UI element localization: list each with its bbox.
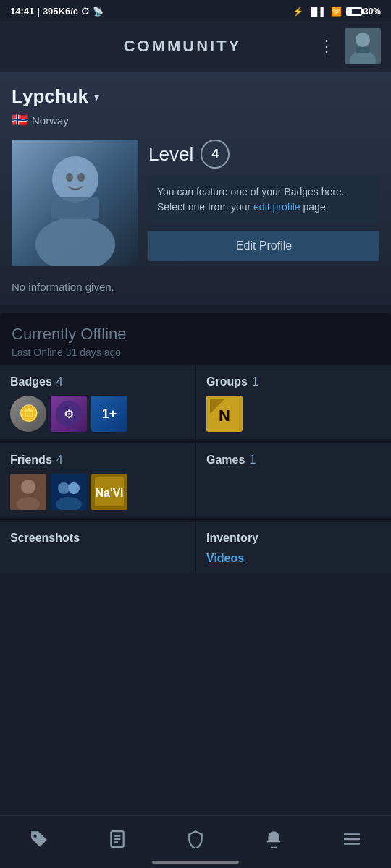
videos-label[interactable]: Videos [206,552,244,564]
battery-indicator: 30% [346,7,381,17]
nav-shield[interactable] [178,825,213,854]
user-avatar-nav[interactable] [345,28,381,64]
time: 14:41 [10,6,34,17]
nav-menu[interactable] [335,825,369,854]
badges-icons: 🪙 ⚙ 1+ [10,396,185,432]
edit-profile-button[interactable]: Edit Profile [148,231,379,261]
offline-status: Currently Offline [12,325,379,344]
battery-percent: 30% [363,7,381,17]
svg-text:Na'Vi: Na'Vi [95,487,123,499]
more-options-icon[interactable]: ⋮ [319,37,335,56]
network-label: 395K6/c [43,6,78,17]
signal-icon: ▐▌▌ [308,7,327,17]
groups-cell[interactable]: Groups 1 N [196,365,391,439]
badge-info-box: You can feature one of your Badges here.… [148,176,379,224]
badge-icon-1plus: 1+ [91,396,127,432]
svg-point-16 [21,480,35,494]
friends-icons: Na'Vi [10,474,185,510]
games-label: Games 1 [206,454,381,467]
edit-profile-link[interactable]: edit profile [253,201,300,213]
country-flag-icon: 🇳🇴 [12,112,28,128]
clock-icon: ⏱ [81,7,90,17]
profile-avatar [12,140,138,266]
home-indicator [152,861,239,864]
svg-point-9 [77,173,85,182]
bell-icon [264,830,283,848]
bluetooth-icon: ⚡ [293,7,303,17]
screenshots-label: Screenshots [10,532,185,545]
profile-section: Lypchuk ▾ 🇳🇴 Norway [0,72,391,305]
dropdown-arrow-icon[interactable]: ▾ [94,91,99,103]
groups-label: Groups 1 [206,375,381,388]
status-right: ⚡ ▐▌▌ 🛜 30% [293,7,381,17]
svg-point-8 [66,173,73,182]
nav-tag[interactable] [22,825,56,854]
profile-location: 🇳🇴 Norway [12,112,379,128]
grid-section: Badges 4 🪙 ⚙ 1+ Groups 1 N [0,365,391,572]
level-label: Level [148,143,193,166]
group-icon-navi: N [206,396,243,432]
badge-icon-silver: 🪙 [10,396,46,432]
inventory-cell[interactable]: Inventory Videos [196,522,391,572]
friends-label: Friends 4 [10,454,185,467]
badges-cell[interactable]: Badges 4 🪙 ⚙ 1+ [0,365,195,439]
profile-right: Level 4 You can feature one of your Badg… [148,140,379,266]
profile-content-row: Level 4 You can feature one of your Badg… [12,140,379,266]
page-title: COMMUNITY [124,37,242,56]
profile-name: Lypchuk [12,85,88,108]
network-speed: | [37,6,40,17]
friends-count: 4 [56,454,63,467]
svg-point-1 [356,33,370,47]
offline-section: Currently Offline Last Online 31 days ag… [0,313,391,365]
last-online: Last Online 31 days ago [12,346,379,358]
nav-right: ⋮ [319,28,381,64]
screenshots-cell[interactable]: Screenshots [0,522,195,572]
badges-count: 4 [56,375,63,388]
cast-icon: 📡 [93,7,104,17]
groups-icons: N [206,396,381,432]
friends-cell[interactable]: Friends 4 [0,443,195,517]
groups-count: 1 [252,375,258,388]
document-icon [108,830,127,848]
badge-icon-steam: ⚙ [51,396,87,432]
friend-icon-2 [51,474,87,510]
level-row: Level 4 [148,140,379,169]
svg-text:N: N [219,407,230,425]
nav-document[interactable] [100,825,135,854]
country-name: Norway [32,114,69,127]
shield-icon [186,830,205,848]
status-left: 14:41 | 395K6/c ⏱ 📡 [10,6,104,17]
top-navigation: COMMUNITY ⋮ [0,21,391,72]
tag-icon [30,830,49,848]
svg-point-20 [68,482,80,494]
status-bar: 14:41 | 395K6/c ⏱ 📡 ⚡ ▐▌▌ 🛜 30% [0,0,391,21]
level-value: 4 [211,147,219,162]
inventory-label: Inventory [206,532,381,545]
svg-rect-7 [51,197,99,219]
menu-icon [342,830,361,848]
no-info-text: No information given. [12,276,379,294]
friend-icon-3: Na'Vi [91,474,127,510]
badges-label: Badges 4 [10,375,185,388]
level-badge: 4 [201,140,230,169]
wifi-icon: 🛜 [331,7,342,17]
svg-point-5 [52,156,98,203]
svg-point-19 [58,482,70,494]
profile-name-row: Lypchuk ▾ [12,85,379,108]
svg-rect-3 [356,47,370,53]
friend-icon-1 [10,474,46,510]
games-cell[interactable]: Games 1 [196,443,391,517]
nav-bell[interactable] [256,825,291,854]
games-count: 1 [249,454,256,467]
svg-text:⚙: ⚙ [64,408,74,420]
